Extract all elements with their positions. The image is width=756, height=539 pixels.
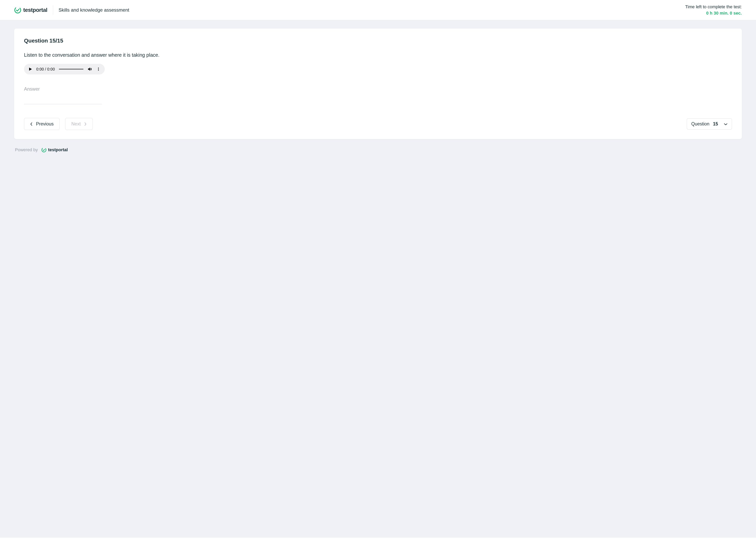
svg-point-2 [98, 69, 99, 69]
page-background: Question 15/15 Listen to the conversatio… [0, 20, 756, 538]
audio-more-button[interactable] [97, 67, 101, 71]
svg-point-1 [98, 68, 99, 68]
time-left-value: 0 h 30 min. 0 sec. [685, 11, 742, 16]
play-button[interactable] [28, 67, 32, 71]
footer: Powered by testportal [14, 147, 742, 152]
audio-player: 0:00 / 0:00 [24, 64, 105, 74]
question-selector-label: Question [691, 121, 709, 127]
answer-section: Answer [24, 86, 732, 104]
volume-icon [88, 67, 93, 72]
question-counter: Question 15/15 [24, 38, 732, 44]
testportal-logo-icon [41, 147, 46, 152]
test-title: Skills and knowledge assessment [59, 7, 129, 13]
chevron-left-icon [30, 122, 33, 126]
nav-buttons: Previous Next [24, 118, 93, 130]
header-left: testportal Skills and knowledge assessme… [14, 5, 129, 15]
question-selector[interactable]: Question 15 [687, 118, 732, 129]
header: testportal Skills and knowledge assessme… [0, 0, 756, 20]
brand-logo: testportal [14, 7, 47, 14]
question-card: Question 15/15 Listen to the conversatio… [14, 29, 742, 139]
footer-brand-logo: testportal [41, 147, 68, 152]
footer-brand-name: testportal [48, 147, 68, 152]
next-button[interactable]: Next [65, 118, 93, 130]
next-label: Next [71, 121, 81, 127]
question-selector-value: 15 [713, 121, 718, 127]
audio-seek-track[interactable] [59, 69, 84, 69]
question-text: Listen to the conversation and answer wh… [24, 52, 732, 58]
chevron-down-icon [724, 121, 727, 127]
chevron-right-icon [84, 122, 87, 126]
header-right: Time left to complete the test: 0 h 30 m… [685, 4, 742, 16]
powered-by-label: Powered by [15, 147, 38, 152]
answer-input[interactable] [24, 93, 102, 104]
brand-name: testportal [23, 7, 47, 13]
more-vertical-icon [97, 67, 101, 71]
testportal-logo-icon [14, 7, 21, 14]
test-title-text: Skills and knowledge assessment [59, 7, 129, 13]
question-nav-row: Previous Next Question 15 [24, 118, 732, 130]
volume-button[interactable] [88, 67, 93, 72]
play-icon [28, 67, 32, 71]
previous-button[interactable]: Previous [24, 118, 60, 130]
answer-label: Answer [24, 86, 732, 92]
svg-point-3 [98, 70, 99, 71]
previous-label: Previous [36, 121, 53, 127]
audio-duration: 0:00 [47, 67, 55, 71]
audio-current-time: 0:00 [36, 67, 44, 71]
time-left-label: Time left to complete the test: [685, 4, 742, 9]
audio-time: 0:00 / 0:00 [36, 67, 55, 71]
